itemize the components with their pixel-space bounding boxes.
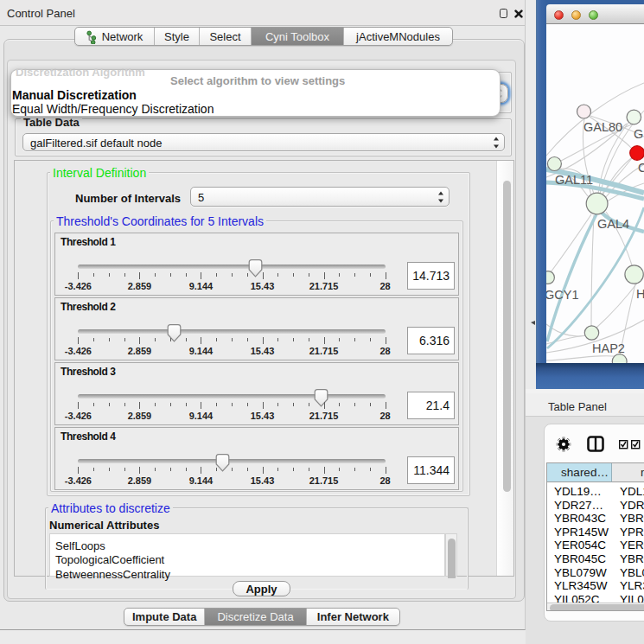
svg-text:GAL80: GAL80 (583, 120, 622, 134)
svg-text:GAL4: GAL4 (597, 217, 629, 231)
svg-text:GCY1: GCY1 (546, 288, 579, 302)
svg-text:H: H (636, 287, 644, 301)
svg-text:G.: G. (634, 127, 644, 141)
svg-text:HAP2: HAP2 (592, 341, 625, 355)
svg-text:GAL11: GAL11 (555, 173, 593, 187)
svg-text:C: C (638, 161, 644, 175)
